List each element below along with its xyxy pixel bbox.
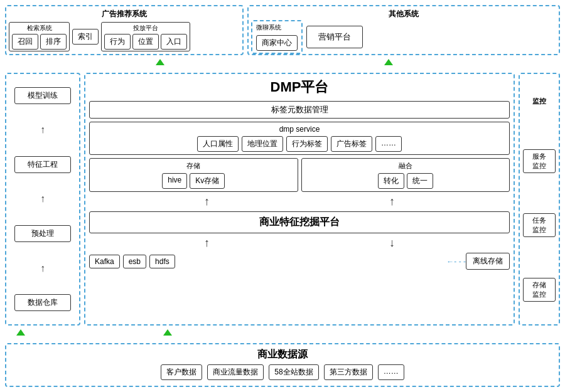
tag-mgmt: 标签元数据管理 (89, 101, 510, 119)
transform-box: 转化 (378, 173, 404, 189)
index-box: 索引 (72, 29, 99, 45)
ad-system-boxes: 检索系统 召回 排序 索引 投放平台 行为 位置 入口 (9, 22, 240, 51)
fusion-title: 融合 (304, 161, 507, 171)
ml-column: 模型训练 ↑ 特征工程 ↑ 预处理 ↑ 数据仓库 (5, 73, 80, 326)
ad-system-title: 广告推荐系统 (9, 9, 240, 19)
fusion-section: 融合 转化 统一 (301, 158, 510, 192)
ad-tag-box: 广告标签 (331, 136, 372, 152)
customer-data-box: 客户数据 (161, 364, 202, 380)
main-container: 广告推荐系统 检索系统 召回 排序 索引 投放平台 行为 位 (0, 0, 565, 392)
other-system-title: 其他系统 (251, 9, 556, 19)
up-arrow-kafka: ↑ (204, 236, 210, 250)
search-system-inner: 召回 排序 (12, 34, 67, 50)
marketing-box: 营销平台 (306, 26, 363, 48)
feature-eng-box: 特征工程 (14, 156, 71, 173)
kv-box: Kv存储 (190, 173, 225, 189)
ml-arrow-1: ↑ (40, 125, 45, 135)
merchant-box: 商家中心 (256, 35, 298, 51)
hdfs-box: hdfs (149, 255, 175, 268)
location-box: 位置 (132, 34, 159, 50)
geo-box: 地理位置 (242, 136, 283, 152)
monitor-column: 监控 服务 监控 任务 监控 存储 监控 (519, 73, 560, 326)
dmp-platform: DMP平台 标签元数据管理 dmp service 人口属性 地理位置 行为标签… (84, 73, 515, 326)
bottom-arrows: ↑ ↓ (89, 236, 510, 250)
dmp-service-title: dmp service (92, 125, 507, 134)
unify-box: 统一 (407, 173, 433, 189)
preprocess-box: 预处理 (14, 225, 71, 242)
bottom-row: 商业数据源 客户数据 商业流量数据 58全站数据 第三方数据 …… (5, 343, 560, 387)
fusion-boxes: 转化 统一 (304, 173, 507, 189)
monitor-title: 监控 (532, 97, 546, 106)
delivery-title: 投放平台 (133, 24, 158, 33)
storage-section: 存储 hive Kv存储 (89, 158, 298, 192)
offline-connector: ←- - - 离线存储 (446, 253, 510, 270)
bottom-green-arrows (10, 329, 560, 339)
task-monitor-label: 任务 (527, 216, 552, 225)
green-up-arrow-3 (16, 329, 25, 336)
ml-arrow-3: ↑ (40, 263, 45, 273)
hive-box: hive (162, 173, 187, 189)
kafka-box: Kafka (89, 255, 120, 268)
mid-arrows: ↑ ↑ (89, 195, 510, 208)
dmp-service-boxes: 人口属性 地理位置 行为标签 广告标签 …… (92, 136, 507, 152)
task-monitor-sublabel: 监控 (527, 225, 552, 235)
sort-box: 排序 (40, 34, 67, 50)
ad-system: 广告推荐系统 检索系统 召回 排序 索引 投放平台 行为 位 (5, 5, 244, 55)
other-inner: 微聊系统 商家中心 营销平台 (251, 22, 556, 52)
storage-monitor-label: 存储 (527, 280, 552, 290)
middle-row: 模型训练 ↑ 特征工程 ↑ 预处理 ↑ 数据仓库 DMP平台 标签元数据管理 d… (5, 73, 560, 326)
third-party-box: 第三方数据 (324, 364, 373, 380)
bottom-boxes: 客户数据 商业流量数据 58全站数据 第三方数据 …… (10, 364, 555, 380)
dashed-arrow: ←- - - (446, 257, 466, 266)
green-up-arrow-4 (163, 329, 172, 336)
wechat-title: 微聊系统 (256, 23, 298, 32)
bottom-title: 商业数据源 (10, 348, 555, 361)
green-up-4 (163, 329, 172, 336)
service-monitor-label: 服务 (527, 152, 552, 161)
storage-boxes: hive Kv存储 (92, 173, 295, 189)
behavior-box: 行为 (104, 34, 131, 50)
commercial-platform: 商业特征挖掘平台 (89, 211, 510, 233)
delivery-group: 投放平台 行为 位置 入口 (101, 22, 190, 51)
storage-title: 存储 (92, 161, 295, 171)
wechat-sub: 微聊系统 商家中心 (251, 20, 303, 54)
kafka-row: Kafka esb hdfs ←- - - 离线存储 (89, 253, 510, 270)
top-row: 广告推荐系统 检索系统 召回 排序 索引 投放平台 行为 位 (5, 5, 560, 55)
arrow-2 (384, 59, 393, 65)
recall-box: 召回 (12, 34, 38, 50)
delivery-inner: 行为 位置 入口 (104, 34, 187, 50)
entrance-box: 入口 (161, 34, 187, 50)
search-system-group: 检索系统 召回 排序 (9, 22, 70, 51)
storage-fusion-row: 存储 hive Kv存储 融合 转化 统一 (89, 158, 510, 192)
up-arrow-fusion: ↑ (389, 195, 395, 208)
green-up-arrow-1 (156, 59, 164, 65)
biz-traffic-box: 商业流量数据 (207, 364, 264, 380)
search-system-title: 检索系统 (27, 24, 52, 33)
offline-storage-box: 离线存储 (466, 253, 510, 270)
down-arrow-offline: ↓ (389, 236, 395, 250)
green-up-arrow-2 (384, 59, 393, 65)
dmp-title: DMP平台 (89, 78, 510, 97)
green-up-3 (16, 329, 25, 336)
task-monitor-box: 任务 监控 (523, 213, 556, 237)
ml-arrow-2: ↑ (40, 194, 45, 204)
data-warehouse-box: 数据仓库 (14, 294, 71, 311)
arrow-1 (156, 59, 164, 65)
storage-monitor-sublabel: 监控 (527, 290, 552, 299)
up-arrow-storage: ↑ (204, 195, 210, 208)
behavior-tag-box: 行为标签 (286, 136, 328, 152)
model-training-box: 模型训练 (14, 87, 71, 104)
other-system: 其他系统 微聊系统 商家中心 营销平台 (247, 5, 560, 55)
storage-monitor-box: 存储 监控 (523, 278, 556, 302)
service-monitor-sublabel: 监控 (527, 161, 552, 171)
demographic-box: 人口属性 (197, 136, 239, 152)
bottom-ellipsis-box: …… (378, 364, 404, 380)
esb-box: esb (123, 255, 146, 268)
top-arrows (87, 59, 560, 69)
dmp-service-section: dmp service 人口属性 地理位置 行为标签 广告标签 …… (89, 122, 510, 155)
ellipsis-box: …… (375, 136, 402, 152)
service-monitor-box: 服务 监控 (523, 149, 556, 173)
site-data-box: 58全站数据 (269, 364, 318, 380)
